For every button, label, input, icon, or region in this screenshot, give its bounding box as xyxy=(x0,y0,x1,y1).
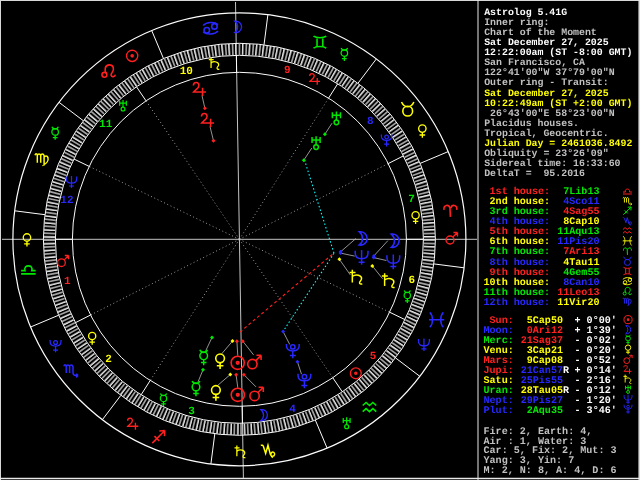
svg-text:4: 4 xyxy=(289,404,296,416)
svg-text:12th house:: 12th house: xyxy=(484,297,551,309)
svg-text:2Aqu35: 2Aqu35 xyxy=(527,406,563,417)
svg-text:5: 5 xyxy=(370,351,377,363)
svg-text:1: 1 xyxy=(64,276,71,288)
svg-text:M: 2, N: 8, A: 4, D: 6: M: 2, N: 8, A: 4, D: 6 xyxy=(484,466,617,477)
svg-text:11: 11 xyxy=(99,119,113,131)
svg-text:3: 3 xyxy=(188,406,195,418)
svg-text:12: 12 xyxy=(60,195,73,207)
svg-text:10: 10 xyxy=(180,66,193,78)
svg-text:8: 8 xyxy=(367,116,374,128)
svg-text:9: 9 xyxy=(284,65,291,77)
svg-text:2: 2 xyxy=(105,354,112,366)
svg-text:11Vir20: 11Vir20 xyxy=(557,297,599,309)
svg-text:7: 7 xyxy=(408,194,415,206)
svg-text:6: 6 xyxy=(409,275,416,287)
svg-text:R: R xyxy=(563,366,570,377)
svg-text:DeltaT = 95.2016: DeltaT = 95.2016 xyxy=(484,168,585,179)
svg-text:R: R xyxy=(563,386,570,397)
svg-text:Plut:: Plut: xyxy=(484,405,514,417)
svg-text:- 3°46': - 3°46' xyxy=(575,405,617,417)
